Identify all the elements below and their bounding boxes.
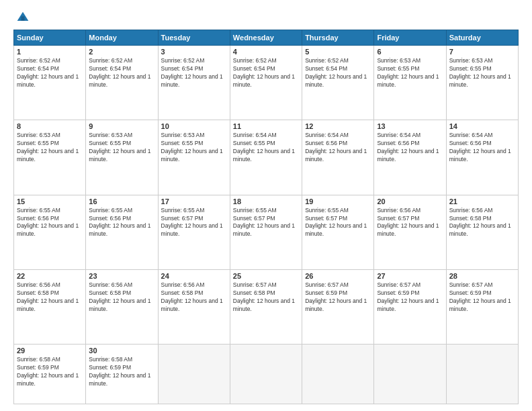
day-number: 12 [305, 122, 371, 130]
day-number: 1 [17, 48, 83, 56]
day-cell: 18 Sunrise: 6:55 AM Sunset: 6:57 PM Dayl… [230, 195, 302, 269]
day-number: 30 [89, 347, 154, 355]
day-cell: 20 Sunrise: 6:56 AM Sunset: 6:57 PM Dayl… [374, 195, 446, 269]
day-cell: 12 Sunrise: 6:54 AM Sunset: 6:56 PM Dayl… [302, 120, 374, 195]
day-number: 27 [377, 272, 443, 280]
day-number: 18 [233, 197, 299, 205]
day-number: 23 [89, 272, 154, 280]
column-header-saturday: Saturday [446, 30, 518, 46]
day-info: Sunrise: 6:54 AM Sunset: 6:55 PM Dayligh… [233, 132, 299, 164]
day-cell [230, 345, 302, 404]
day-info: Sunrise: 6:57 AM Sunset: 6:59 PM Dayligh… [305, 281, 371, 314]
day-cell: 14 Sunrise: 6:54 AM Sunset: 6:56 PM Dayl… [446, 120, 518, 195]
header [13, 11, 519, 24]
day-cell: 17 Sunrise: 6:55 AM Sunset: 6:57 PM Dayl… [158, 195, 230, 269]
day-info: Sunrise: 6:52 AM Sunset: 6:54 PM Dayligh… [89, 57, 154, 89]
day-cell: 29 Sunrise: 6:58 AM Sunset: 6:59 PM Dayl… [14, 345, 86, 404]
day-info: Sunrise: 6:52 AM Sunset: 6:54 PM Dayligh… [305, 57, 371, 89]
day-cell: 9 Sunrise: 6:53 AM Sunset: 6:55 PM Dayli… [86, 120, 158, 195]
day-number: 6 [377, 48, 443, 56]
day-cell: 24 Sunrise: 6:56 AM Sunset: 6:58 PM Dayl… [158, 270, 230, 345]
day-cell: 1 Sunrise: 6:52 AM Sunset: 6:54 PM Dayli… [14, 46, 86, 120]
day-info: Sunrise: 6:56 AM Sunset: 6:58 PM Dayligh… [89, 281, 154, 314]
day-info: Sunrise: 6:53 AM Sunset: 6:55 PM Dayligh… [377, 57, 443, 89]
week-row-3: 15 Sunrise: 6:55 AM Sunset: 6:56 PM Dayl… [14, 195, 519, 269]
day-cell: 13 Sunrise: 6:54 AM Sunset: 6:56 PM Dayl… [374, 120, 446, 195]
day-number: 10 [161, 122, 227, 130]
day-number: 11 [233, 122, 299, 130]
day-cell: 16 Sunrise: 6:55 AM Sunset: 6:56 PM Dayl… [86, 195, 158, 269]
day-number: 21 [449, 197, 515, 205]
day-info: Sunrise: 6:52 AM Sunset: 6:54 PM Dayligh… [161, 57, 227, 89]
day-number: 20 [377, 197, 443, 205]
day-cell: 21 Sunrise: 6:56 AM Sunset: 6:58 PM Dayl… [446, 195, 518, 269]
day-number: 13 [377, 122, 443, 130]
week-row-1: 1 Sunrise: 6:52 AM Sunset: 6:54 PM Dayli… [14, 46, 519, 120]
day-number: 24 [161, 272, 227, 280]
day-number: 17 [161, 197, 227, 205]
week-row-2: 8 Sunrise: 6:53 AM Sunset: 6:55 PM Dayli… [14, 120, 519, 195]
day-cell: 23 Sunrise: 6:56 AM Sunset: 6:58 PM Dayl… [86, 270, 158, 345]
day-cell: 7 Sunrise: 6:53 AM Sunset: 6:55 PM Dayli… [446, 46, 518, 120]
day-number: 7 [449, 48, 515, 56]
day-info: Sunrise: 6:55 AM Sunset: 6:56 PM Dayligh… [89, 207, 154, 239]
day-cell: 25 Sunrise: 6:57 AM Sunset: 6:58 PM Dayl… [230, 270, 302, 345]
day-info: Sunrise: 6:55 AM Sunset: 6:57 PM Dayligh… [233, 207, 299, 239]
day-number: 2 [89, 48, 154, 56]
day-info: Sunrise: 6:57 AM Sunset: 6:59 PM Dayligh… [449, 281, 515, 314]
day-cell: 15 Sunrise: 6:55 AM Sunset: 6:56 PM Dayl… [14, 195, 86, 269]
day-info: Sunrise: 6:58 AM Sunset: 6:59 PM Dayligh… [89, 356, 154, 388]
day-number: 5 [305, 48, 371, 56]
day-cell: 10 Sunrise: 6:53 AM Sunset: 6:55 PM Dayl… [158, 120, 230, 195]
day-info: Sunrise: 6:53 AM Sunset: 6:55 PM Dayligh… [449, 57, 515, 89]
svg-rect-1 [21, 16, 25, 21]
day-number: 28 [449, 272, 515, 280]
day-info: Sunrise: 6:54 AM Sunset: 6:56 PM Dayligh… [377, 132, 443, 164]
day-cell: 22 Sunrise: 6:56 AM Sunset: 6:58 PM Dayl… [14, 270, 86, 345]
day-cell: 8 Sunrise: 6:53 AM Sunset: 6:55 PM Dayli… [14, 120, 86, 195]
day-number: 25 [233, 272, 299, 280]
day-cell: 2 Sunrise: 6:52 AM Sunset: 6:54 PM Dayli… [86, 46, 158, 120]
day-info: Sunrise: 6:57 AM Sunset: 6:58 PM Dayligh… [233, 281, 299, 314]
day-cell: 11 Sunrise: 6:54 AM Sunset: 6:55 PM Dayl… [230, 120, 302, 195]
day-number: 3 [161, 48, 227, 56]
day-number: 19 [305, 197, 371, 205]
day-number: 29 [17, 347, 83, 355]
week-row-5: 29 Sunrise: 6:58 AM Sunset: 6:59 PM Dayl… [14, 345, 519, 404]
day-info: Sunrise: 6:52 AM Sunset: 6:54 PM Dayligh… [17, 57, 83, 89]
day-cell: 26 Sunrise: 6:57 AM Sunset: 6:59 PM Dayl… [302, 270, 374, 345]
day-info: Sunrise: 6:54 AM Sunset: 6:56 PM Dayligh… [449, 132, 515, 164]
day-cell: 5 Sunrise: 6:52 AM Sunset: 6:54 PM Dayli… [302, 46, 374, 120]
day-cell [446, 345, 518, 404]
day-info: Sunrise: 6:56 AM Sunset: 6:58 PM Dayligh… [17, 281, 83, 314]
day-info: Sunrise: 6:53 AM Sunset: 6:55 PM Dayligh… [17, 132, 83, 164]
day-info: Sunrise: 6:57 AM Sunset: 6:59 PM Dayligh… [377, 281, 443, 314]
page: SundayMondayTuesdayWednesdayThursdayFrid… [0, 0, 532, 411]
day-info: Sunrise: 6:55 AM Sunset: 6:57 PM Dayligh… [305, 207, 371, 239]
day-number: 22 [17, 272, 83, 280]
day-info: Sunrise: 6:55 AM Sunset: 6:57 PM Dayligh… [161, 207, 227, 239]
day-number: 8 [17, 122, 83, 130]
day-number: 9 [89, 122, 154, 130]
day-number: 15 [17, 197, 83, 205]
week-row-4: 22 Sunrise: 6:56 AM Sunset: 6:58 PM Dayl… [14, 270, 519, 345]
day-cell: 3 Sunrise: 6:52 AM Sunset: 6:54 PM Dayli… [158, 46, 230, 120]
day-info: Sunrise: 6:55 AM Sunset: 6:56 PM Dayligh… [17, 207, 83, 239]
day-cell: 28 Sunrise: 6:57 AM Sunset: 6:59 PM Dayl… [446, 270, 518, 345]
day-info: Sunrise: 6:56 AM Sunset: 6:58 PM Dayligh… [161, 281, 227, 314]
column-header-sunday: Sunday [14, 30, 86, 46]
logo-icon [16, 11, 30, 24]
day-cell [374, 345, 446, 404]
day-number: 26 [305, 272, 371, 280]
column-header-monday: Monday [86, 30, 158, 46]
calendar-table: SundayMondayTuesdayWednesdayThursdayFrid… [13, 30, 519, 404]
day-info: Sunrise: 6:56 AM Sunset: 6:57 PM Dayligh… [377, 207, 443, 239]
day-info: Sunrise: 6:53 AM Sunset: 6:55 PM Dayligh… [161, 132, 227, 164]
day-cell: 4 Sunrise: 6:52 AM Sunset: 6:54 PM Dayli… [230, 46, 302, 120]
logo [13, 11, 30, 24]
day-info: Sunrise: 6:52 AM Sunset: 6:54 PM Dayligh… [233, 57, 299, 89]
column-header-thursday: Thursday [302, 30, 374, 46]
day-number: 4 [233, 48, 299, 56]
column-header-tuesday: Tuesday [158, 30, 230, 46]
day-info: Sunrise: 6:58 AM Sunset: 6:59 PM Dayligh… [17, 356, 83, 388]
